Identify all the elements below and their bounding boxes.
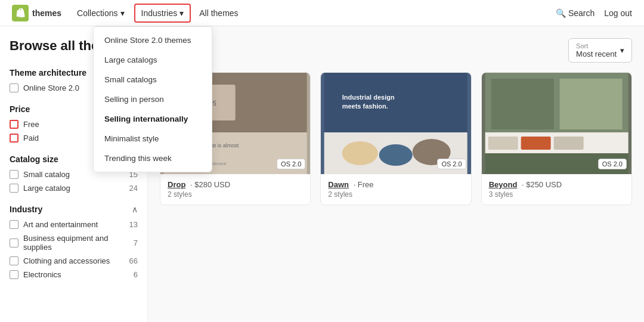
checkbox-clothing-accessories[interactable] [10,256,18,265]
dropdown-item-5[interactable]: Minimalist style [94,129,212,148]
sort-value: Most recent [576,49,617,58]
main-nav: Collections ▾ Industries ▾ All themes [71,4,244,23]
checkbox-art-entertainment[interactable] [10,220,18,229]
main-content: Sort Most recent ▾ 15:05:40:05 The Easto… [148,26,644,322]
theme-beyond-info: Beyond · $250 USD 3 styles [482,174,631,205]
checkbox-large-catalog-count: 24 [129,184,138,193]
filter-art-entertainment[interactable]: Art and entertainment 13 [10,220,138,229]
svg-text:Industrial design: Industrial design [342,94,395,101]
filter-industry: Industry ∧ Art and entertainment 13 Busi… [10,205,138,279]
filter-business-equipment[interactable]: Business equipment and supplies 7 [10,234,138,252]
nav-industries[interactable]: Industries ▾ [134,4,191,23]
dropdown-item-2[interactable]: Small catalogs [94,70,212,89]
svg-rect-16 [491,79,553,129]
theme-drop-link[interactable]: Drop [168,180,185,189]
checkbox-clothing-accessories-count: 66 [129,256,138,265]
svg-text:meets fashion.: meets fashion. [342,103,388,110]
theme-beyond-name: Beyond · $250 USD [489,180,624,189]
checkbox-clothing-accessories-label: Clothing and accessories [23,256,125,265]
theme-card-dawn[interactable]: Industrial design meets fashion. OS 2.0 … [320,72,471,205]
theme-drop-name: Drop · $280 USD [168,180,303,189]
theme-drop-info: Drop · $280 USD 2 styles [160,174,310,205]
theme-image-dawn: Industrial design meets fashion. OS 2.0 [321,73,470,174]
svg-point-12 [342,141,378,165]
checkbox-online-store-20[interactable] [10,83,18,92]
theme-dawn-styles: 2 styles [328,190,463,199]
checkbox-business-equipment-count: 7 [134,239,138,247]
filter-electronics[interactable]: Electronics 6 [10,270,138,279]
main-top-bar: Sort Most recent ▾ [160,38,632,63]
sort-label: Sort [576,42,617,49]
checkbox-business-equipment-label: Business equipment and supplies [23,234,129,252]
svg-rect-20 [521,137,550,150]
theme-dawn-name: Dawn · Free [328,180,463,189]
filter-theme-architecture-title: Theme architecture [10,68,86,78]
filter-large-catalog[interactable]: Large catalog 24 [10,184,138,193]
checkbox-art-entertainment-label: Art and entertainment [23,220,125,229]
theme-dawn-info: Dawn · Free 2 styles [321,174,470,205]
theme-card-beyond[interactable]: OS 2.0 Beyond · $250 USD 3 styles [481,72,632,205]
shopify-logo-icon [12,5,29,21]
themes-grid: 15:05:40:05 The Easton Coat is almost he… [160,72,632,205]
svg-rect-21 [553,137,583,150]
filter-catalog-size-title: Catalog size [10,154,58,164]
logo[interactable]: themes [12,5,61,21]
sort-control[interactable]: Sort Most recent ▾ [568,38,632,63]
checkbox-electronics-label: Electronics [23,270,129,279]
industries-chevron-icon: ▾ [179,8,184,18]
theme-beyond-link[interactable]: Beyond [489,180,518,189]
checkbox-electronics-count: 6 [134,270,138,279]
nav-all-themes[interactable]: All themes [193,5,244,21]
industry-chevron-icon: ∧ [132,205,138,214]
logo-text: themes [32,8,61,18]
dropdown-item-6[interactable]: Trending this week [94,148,212,168]
theme-drop-styles: 2 styles [168,190,303,199]
header-right: 🔍 Search Log out [556,8,632,18]
sort-chevron-icon: ▾ [620,46,624,55]
filter-price-title: Price [10,104,30,114]
dropdown-item-1[interactable]: Large catalogs [94,50,212,70]
search-button[interactable]: 🔍 Search [556,8,595,18]
theme-drop-os-badge: OS 2.0 [277,159,305,169]
svg-point-13 [379,144,413,166]
collections-chevron-icon: ▾ [120,8,125,18]
svg-rect-17 [559,79,622,129]
theme-dawn-price: · Free [354,180,374,189]
header: themes Collections ▾ Industries ▾ All th… [0,0,644,26]
filter-industry-header[interactable]: Industry ∧ [10,205,138,214]
checkbox-paid[interactable] [10,134,18,143]
collections-dropdown: Online Store 2.0 themes Large catalogs S… [93,26,212,172]
theme-beyond-styles: 3 styles [489,190,624,199]
nav-collections[interactable]: Collections ▾ [71,5,130,21]
checkbox-business-equipment[interactable] [10,239,18,247]
theme-beyond-price: · $250 USD [522,180,562,189]
checkbox-large-catalog[interactable] [10,184,18,193]
theme-image-beyond: OS 2.0 [482,73,631,174]
dropdown-item-4[interactable]: Selling internationally [94,109,212,129]
checkbox-small-catalog[interactable] [10,170,18,179]
filter-clothing-accessories[interactable]: Clothing and accessories 66 [10,256,138,265]
dropdown-item-0[interactable]: Online Store 2.0 themes [94,30,212,50]
dropdown-item-3[interactable]: Selling in person [94,89,212,109]
checkbox-electronics[interactable] [10,270,18,279]
checkbox-free[interactable] [10,120,18,129]
search-icon: 🔍 [556,8,566,18]
theme-beyond-os-badge: OS 2.0 [598,159,627,169]
checkbox-art-entertainment-count: 13 [129,220,138,229]
logout-button[interactable]: Log out [604,8,632,18]
sort-label-area: Sort Most recent [576,42,617,58]
theme-dawn-link[interactable]: Dawn [328,180,349,189]
theme-drop-price: · $280 USD [190,180,230,189]
svg-rect-19 [488,137,518,150]
checkbox-large-catalog-label: Large catalog [23,184,125,193]
filter-industry-title: Industry [10,205,42,214]
theme-dawn-os-badge: OS 2.0 [437,159,466,169]
